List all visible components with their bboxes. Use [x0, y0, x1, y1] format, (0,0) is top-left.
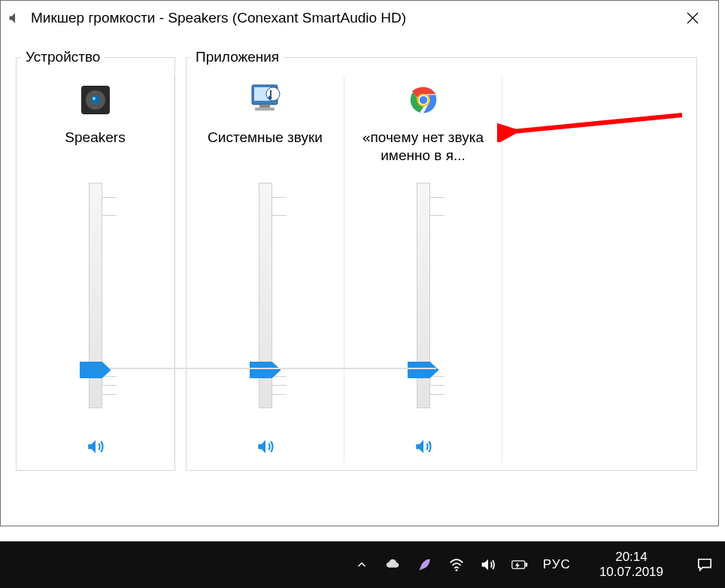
volume-slider[interactable]	[401, 183, 446, 408]
chrome-icon[interactable]	[402, 79, 444, 121]
channel-chrome: «почему нет звука именно в я...	[344, 76, 502, 462]
speaker-icon	[7, 10, 23, 26]
svg-point-12	[419, 96, 427, 105]
action-center-icon[interactable]	[695, 556, 714, 573]
clock-date: 10.07.2019	[599, 565, 663, 580]
mute-button[interactable]	[406, 431, 441, 462]
window-title: Микшер громкости - Speakers (Conexant Sm…	[31, 10, 673, 26]
speaker-device-icon[interactable]	[74, 79, 117, 121]
volume-slider[interactable]	[73, 183, 118, 408]
apps-spacer	[502, 76, 696, 462]
feather-icon[interactable]	[417, 556, 433, 573]
battery-icon[interactable]	[511, 556, 528, 573]
channel-speakers: Speakers	[17, 76, 174, 462]
clock[interactable]: 20:14 10.07.2019	[599, 550, 663, 579]
client-area: Устройство Speakers	[1, 35, 718, 484]
volume-tray-icon[interactable]	[480, 556, 496, 573]
tray-overflow-icon[interactable]	[353, 556, 370, 573]
onedrive-icon[interactable]	[385, 556, 402, 573]
clock-time: 20:14	[599, 550, 663, 565]
device-group: Устройство Speakers	[16, 49, 175, 471]
svg-point-8	[266, 87, 280, 101]
taskbar[interactable]: РУС 20:14 10.07.2019	[0, 541, 725, 588]
svg-point-9	[268, 96, 271, 100]
channel-label: «почему нет звука именно в я...	[344, 129, 502, 166]
apps-legend: Приложения	[191, 49, 284, 65]
svg-point-14	[455, 569, 457, 571]
slider-link-line	[277, 368, 436, 369]
applications-group: Приложения Системные звуки	[186, 49, 697, 471]
svg-rect-16	[525, 562, 527, 566]
language-indicator[interactable]: РУС	[543, 557, 571, 572]
channel-label: Speakers	[60, 129, 129, 166]
device-legend: Устройство	[21, 49, 105, 65]
wifi-icon[interactable]	[448, 556, 465, 573]
volume-mixer-window: Микшер громкости - Speakers (Conexant Sm…	[0, 0, 719, 526]
system-sounds-icon[interactable]	[244, 79, 287, 121]
slider-link-line	[110, 368, 277, 369]
svg-point-2	[91, 95, 100, 105]
close-button[interactable]	[673, 1, 712, 35]
svg-rect-6	[259, 105, 270, 108]
svg-point-3	[93, 97, 96, 100]
system-tray: РУС 20:14 10.07.2019	[353, 550, 714, 579]
titlebar[interactable]: Микшер громкости - Speakers (Conexant Sm…	[1, 1, 718, 35]
channel-system-sounds: Системные звуки	[187, 76, 344, 462]
channel-label: Системные звуки	[203, 129, 327, 166]
svg-rect-7	[255, 108, 275, 111]
mute-button[interactable]	[78, 431, 113, 462]
volume-slider[interactable]	[243, 183, 288, 408]
mute-button[interactable]	[248, 431, 283, 462]
